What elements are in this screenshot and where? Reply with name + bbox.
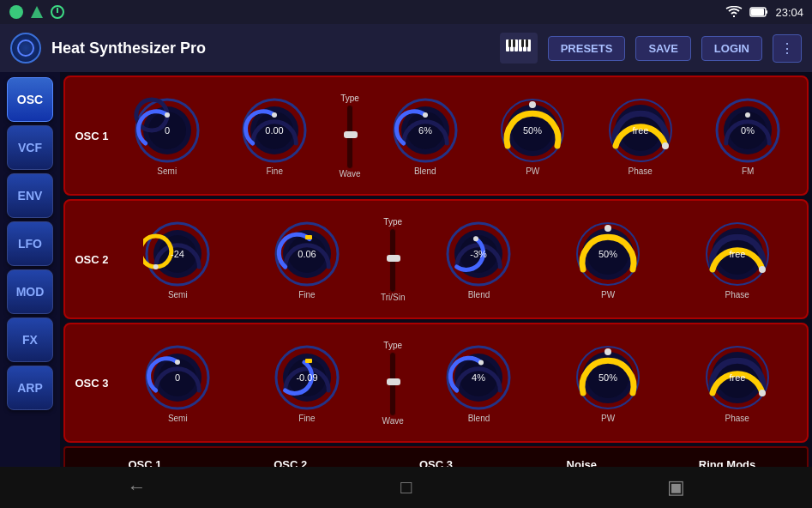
recents-button[interactable]: ▣ xyxy=(667,476,685,499)
osc3-label: OSC 3 xyxy=(70,377,113,390)
osc3-phase-knob[interactable]: free xyxy=(703,343,772,412)
osc2-phase-knob[interactable]: free xyxy=(703,220,772,288)
osc1-blend-knob[interactable]: 6% xyxy=(391,96,460,165)
save-button[interactable]: SAVE xyxy=(635,36,690,61)
svg-point-35 xyxy=(529,101,536,108)
osc2-semi-knob[interactable]: -24 xyxy=(143,220,212,288)
svg-text:-3%: -3% xyxy=(471,248,488,258)
osc1-wave-thumb[interactable] xyxy=(344,131,358,138)
svg-text:free: free xyxy=(632,124,648,135)
osc1-fm-group: 0% FM xyxy=(695,96,803,176)
osc1-phase-label: Phase xyxy=(629,166,653,176)
sidebar-item-osc[interactable]: OSC xyxy=(7,77,53,122)
osc2-fine-group: 0.06 Fine xyxy=(243,220,372,299)
home-button[interactable]: □ xyxy=(400,476,412,499)
osc2-wave-group: Type Tri/Sin xyxy=(371,217,414,302)
osc3-row: OSC 3 0 Semi xyxy=(63,323,809,443)
osc3-wave-thumb[interactable] xyxy=(387,378,400,385)
login-button[interactable]: LOGIN xyxy=(701,36,762,61)
wifi-icon xyxy=(725,6,743,18)
svg-point-90 xyxy=(604,348,611,355)
osc1-label: OSC 1 xyxy=(70,130,113,142)
svg-point-65 xyxy=(604,225,611,232)
sidebar-item-lfo[interactable]: LFO xyxy=(7,221,53,266)
osc1-fine-group: 0.00 Fine xyxy=(221,96,329,176)
osc3-pw-label: PW xyxy=(601,414,615,423)
back-button[interactable]: ← xyxy=(127,476,146,499)
sidebar-item-vcf[interactable]: VCF xyxy=(7,125,53,170)
osc3-type-label: Type xyxy=(383,341,402,350)
osc2-type-label: Type xyxy=(383,217,402,227)
time-display: 23:04 xyxy=(775,6,803,19)
osc1-fm-label: FM xyxy=(742,166,754,176)
osc3-wave-slider[interactable] xyxy=(389,352,396,416)
svg-point-70 xyxy=(759,266,766,273)
sidebar-item-arp[interactable]: ARP xyxy=(7,366,53,410)
sidebar-item-fx[interactable]: FX xyxy=(7,318,53,362)
osc2-label: OSC 2 xyxy=(70,253,113,266)
osc1-blend-group: 6% Blend xyxy=(371,96,479,176)
svg-text:0.06: 0.06 xyxy=(298,248,316,258)
svg-marker-1 xyxy=(31,6,43,18)
osc1-phase-knob[interactable]: free xyxy=(606,96,675,165)
osc3-blend-knob[interactable]: 4% xyxy=(444,343,513,412)
osc1-fine-knob[interactable]: 0.00 xyxy=(240,96,309,165)
app-logo-inner xyxy=(17,39,34,57)
piano-button[interactable] xyxy=(500,33,538,64)
osc3-fine-label: Fine xyxy=(298,414,315,423)
svg-text:0: 0 xyxy=(175,372,180,382)
sidebar-item-env[interactable]: ENV xyxy=(7,173,53,218)
svg-point-40 xyxy=(662,142,669,149)
svg-text:4%: 4% xyxy=(472,372,486,382)
svg-rect-16 xyxy=(526,39,528,47)
osc1-blend-label: Blend xyxy=(414,166,436,176)
svg-text:50%: 50% xyxy=(598,372,617,382)
svg-point-95 xyxy=(759,390,766,396)
osc3-pw-knob[interactable]: 50% xyxy=(574,343,642,412)
osc3-wave-group: Type Wave xyxy=(371,341,414,426)
osc1-semi-knob[interactable]: 0 xyxy=(133,96,201,165)
svg-point-45 xyxy=(745,112,750,118)
osc2-pw-knob[interactable]: 50% xyxy=(574,220,642,288)
osc3-blend-group: 4% Blend xyxy=(414,343,544,423)
osc1-pw-label: PW xyxy=(526,166,539,176)
sidebar: OSC VCF ENV LFO MOD FX ARP xyxy=(0,72,60,508)
presets-button[interactable]: PRESETS xyxy=(548,36,626,61)
osc3-semi-knob[interactable]: 0 xyxy=(143,343,212,412)
svg-rect-6 xyxy=(766,10,767,14)
osc1-pw-knob[interactable]: 50% xyxy=(498,96,567,165)
svg-text:free: free xyxy=(729,248,745,258)
osc2-fine-knob[interactable]: 0.06 xyxy=(273,220,341,288)
osc3-fine-knob[interactable]: -0.09 xyxy=(273,343,341,412)
piano-icon xyxy=(505,39,532,57)
more-button[interactable]: ⋮ xyxy=(773,34,802,63)
osc1-phase-group: free Phase xyxy=(586,96,695,176)
svg-point-60 xyxy=(473,236,478,241)
osc1-semi-label: Semi xyxy=(157,166,177,176)
sidebar-item-mod[interactable]: MOD xyxy=(7,269,53,314)
osc3-semi-group: 0 Semi xyxy=(113,343,243,423)
osc2-blend-knob[interactable]: -3% xyxy=(444,220,513,288)
osc1-pw-group: 50% PW xyxy=(479,96,587,176)
svg-text:free: free xyxy=(729,372,745,382)
osc1-fm-knob[interactable]: 0% xyxy=(713,96,782,165)
osc2-wave-thumb[interactable] xyxy=(387,255,400,262)
svg-text:0%: 0% xyxy=(741,124,755,135)
osc1-wave-slider[interactable] xyxy=(346,105,353,169)
osc1-wave-group: Type Wave xyxy=(328,94,371,178)
bottom-nav: ← □ ▣ xyxy=(0,467,812,508)
osc3-phase-label: Phase xyxy=(725,414,749,423)
osc2-phase-label: Phase xyxy=(725,290,749,299)
app-logo xyxy=(10,33,41,64)
osc2-semi-label: Semi xyxy=(168,290,188,299)
osc2-wave-slider[interactable] xyxy=(389,228,396,293)
osc2-pw-group: 50% PW xyxy=(544,220,673,299)
svg-point-30 xyxy=(423,112,428,118)
status-left xyxy=(9,4,65,20)
osc2-blend-label: Blend xyxy=(468,290,490,299)
svg-rect-5 xyxy=(751,9,764,15)
android-icon xyxy=(9,4,24,20)
osc3-pw-group: 50% PW xyxy=(544,343,673,423)
svg-text:0: 0 xyxy=(165,124,170,135)
svg-rect-13 xyxy=(508,39,511,47)
